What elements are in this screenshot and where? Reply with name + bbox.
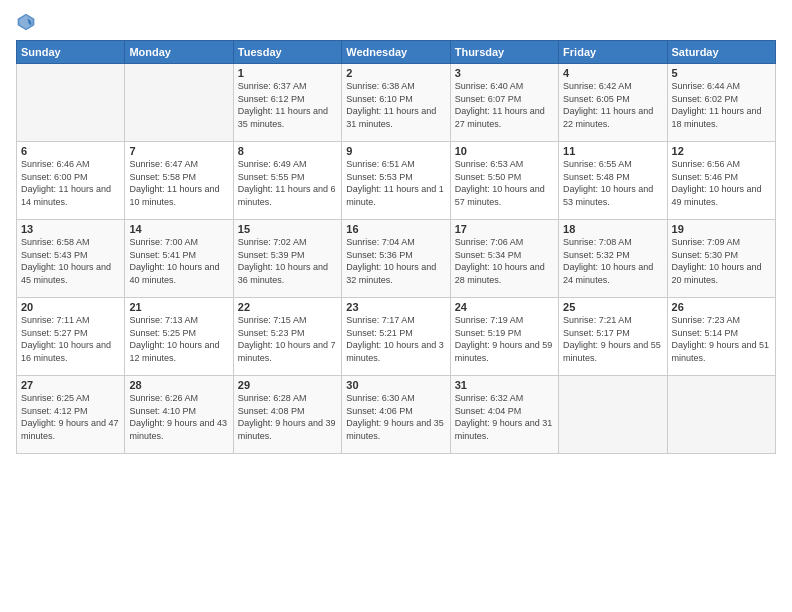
calendar-cell: 18Sunrise: 7:08 AM Sunset: 5:32 PM Dayli… [559,220,667,298]
calendar-table: SundayMondayTuesdayWednesdayThursdayFrid… [16,40,776,454]
calendar-cell: 28Sunrise: 6:26 AM Sunset: 4:10 PM Dayli… [125,376,233,454]
day-number: 15 [238,223,337,235]
day-info: Sunrise: 6:49 AM Sunset: 5:55 PM Dayligh… [238,158,337,208]
day-number: 7 [129,145,228,157]
calendar-cell: 30Sunrise: 6:30 AM Sunset: 4:06 PM Dayli… [342,376,450,454]
day-info: Sunrise: 6:32 AM Sunset: 4:04 PM Dayligh… [455,392,554,442]
day-info: Sunrise: 6:37 AM Sunset: 6:12 PM Dayligh… [238,80,337,130]
day-number: 24 [455,301,554,313]
day-info: Sunrise: 6:28 AM Sunset: 4:08 PM Dayligh… [238,392,337,442]
day-info: Sunrise: 6:42 AM Sunset: 6:05 PM Dayligh… [563,80,662,130]
week-row-3: 13Sunrise: 6:58 AM Sunset: 5:43 PM Dayli… [17,220,776,298]
day-number: 2 [346,67,445,79]
weekday-header-wednesday: Wednesday [342,41,450,64]
day-number: 5 [672,67,771,79]
day-info: Sunrise: 6:56 AM Sunset: 5:46 PM Dayligh… [672,158,771,208]
weekday-header-monday: Monday [125,41,233,64]
calendar-cell: 19Sunrise: 7:09 AM Sunset: 5:30 PM Dayli… [667,220,775,298]
day-info: Sunrise: 6:26 AM Sunset: 4:10 PM Dayligh… [129,392,228,442]
day-number: 6 [21,145,120,157]
weekday-header-friday: Friday [559,41,667,64]
header [16,12,776,32]
calendar-cell: 1Sunrise: 6:37 AM Sunset: 6:12 PM Daylig… [233,64,341,142]
day-number: 13 [21,223,120,235]
day-number: 17 [455,223,554,235]
day-info: Sunrise: 7:15 AM Sunset: 5:23 PM Dayligh… [238,314,337,364]
day-number: 10 [455,145,554,157]
day-info: Sunrise: 7:21 AM Sunset: 5:17 PM Dayligh… [563,314,662,364]
day-info: Sunrise: 6:38 AM Sunset: 6:10 PM Dayligh… [346,80,445,130]
calendar-cell: 27Sunrise: 6:25 AM Sunset: 4:12 PM Dayli… [17,376,125,454]
calendar-cell: 11Sunrise: 6:55 AM Sunset: 5:48 PM Dayli… [559,142,667,220]
calendar-cell: 4Sunrise: 6:42 AM Sunset: 6:05 PM Daylig… [559,64,667,142]
day-info: Sunrise: 7:23 AM Sunset: 5:14 PM Dayligh… [672,314,771,364]
calendar-cell: 16Sunrise: 7:04 AM Sunset: 5:36 PM Dayli… [342,220,450,298]
day-number: 30 [346,379,445,391]
day-info: Sunrise: 6:55 AM Sunset: 5:48 PM Dayligh… [563,158,662,208]
calendar-cell: 7Sunrise: 6:47 AM Sunset: 5:58 PM Daylig… [125,142,233,220]
day-number: 31 [455,379,554,391]
day-number: 1 [238,67,337,79]
calendar-page: SundayMondayTuesdayWednesdayThursdayFrid… [0,0,792,612]
calendar-cell: 31Sunrise: 6:32 AM Sunset: 4:04 PM Dayli… [450,376,558,454]
day-info: Sunrise: 7:04 AM Sunset: 5:36 PM Dayligh… [346,236,445,286]
day-info: Sunrise: 7:11 AM Sunset: 5:27 PM Dayligh… [21,314,120,364]
day-number: 9 [346,145,445,157]
day-number: 22 [238,301,337,313]
calendar-cell [667,376,775,454]
calendar-cell [17,64,125,142]
calendar-cell: 6Sunrise: 6:46 AM Sunset: 6:00 PM Daylig… [17,142,125,220]
day-info: Sunrise: 6:47 AM Sunset: 5:58 PM Dayligh… [129,158,228,208]
day-info: Sunrise: 7:06 AM Sunset: 5:34 PM Dayligh… [455,236,554,286]
day-number: 12 [672,145,771,157]
day-number: 28 [129,379,228,391]
day-number: 14 [129,223,228,235]
calendar-cell: 23Sunrise: 7:17 AM Sunset: 5:21 PM Dayli… [342,298,450,376]
day-info: Sunrise: 6:40 AM Sunset: 6:07 PM Dayligh… [455,80,554,130]
calendar-cell: 5Sunrise: 6:44 AM Sunset: 6:02 PM Daylig… [667,64,775,142]
calendar-cell: 2Sunrise: 6:38 AM Sunset: 6:10 PM Daylig… [342,64,450,142]
weekday-header-sunday: Sunday [17,41,125,64]
day-info: Sunrise: 6:30 AM Sunset: 4:06 PM Dayligh… [346,392,445,442]
logo-icon [16,12,36,32]
day-number: 29 [238,379,337,391]
day-number: 16 [346,223,445,235]
calendar-cell: 10Sunrise: 6:53 AM Sunset: 5:50 PM Dayli… [450,142,558,220]
day-info: Sunrise: 6:44 AM Sunset: 6:02 PM Dayligh… [672,80,771,130]
logo [16,12,40,32]
calendar-cell: 26Sunrise: 7:23 AM Sunset: 5:14 PM Dayli… [667,298,775,376]
day-info: Sunrise: 7:19 AM Sunset: 5:19 PM Dayligh… [455,314,554,364]
calendar-cell: 3Sunrise: 6:40 AM Sunset: 6:07 PM Daylig… [450,64,558,142]
day-number: 8 [238,145,337,157]
day-info: Sunrise: 7:13 AM Sunset: 5:25 PM Dayligh… [129,314,228,364]
day-number: 26 [672,301,771,313]
weekday-header-row: SundayMondayTuesdayWednesdayThursdayFrid… [17,41,776,64]
week-row-2: 6Sunrise: 6:46 AM Sunset: 6:00 PM Daylig… [17,142,776,220]
day-info: Sunrise: 6:51 AM Sunset: 5:53 PM Dayligh… [346,158,445,208]
day-info: Sunrise: 6:53 AM Sunset: 5:50 PM Dayligh… [455,158,554,208]
day-info: Sunrise: 6:46 AM Sunset: 6:00 PM Dayligh… [21,158,120,208]
day-info: Sunrise: 7:08 AM Sunset: 5:32 PM Dayligh… [563,236,662,286]
calendar-cell: 8Sunrise: 6:49 AM Sunset: 5:55 PM Daylig… [233,142,341,220]
calendar-cell: 13Sunrise: 6:58 AM Sunset: 5:43 PM Dayli… [17,220,125,298]
calendar-cell: 17Sunrise: 7:06 AM Sunset: 5:34 PM Dayli… [450,220,558,298]
day-info: Sunrise: 6:25 AM Sunset: 4:12 PM Dayligh… [21,392,120,442]
day-number: 21 [129,301,228,313]
calendar-cell: 25Sunrise: 7:21 AM Sunset: 5:17 PM Dayli… [559,298,667,376]
calendar-cell: 24Sunrise: 7:19 AM Sunset: 5:19 PM Dayli… [450,298,558,376]
weekday-header-thursday: Thursday [450,41,558,64]
calendar-cell: 9Sunrise: 6:51 AM Sunset: 5:53 PM Daylig… [342,142,450,220]
day-number: 19 [672,223,771,235]
calendar-cell: 14Sunrise: 7:00 AM Sunset: 5:41 PM Dayli… [125,220,233,298]
day-number: 4 [563,67,662,79]
calendar-cell: 15Sunrise: 7:02 AM Sunset: 5:39 PM Dayli… [233,220,341,298]
calendar-cell [559,376,667,454]
day-number: 11 [563,145,662,157]
day-info: Sunrise: 6:58 AM Sunset: 5:43 PM Dayligh… [21,236,120,286]
day-number: 23 [346,301,445,313]
day-number: 20 [21,301,120,313]
calendar-cell: 21Sunrise: 7:13 AM Sunset: 5:25 PM Dayli… [125,298,233,376]
day-number: 27 [21,379,120,391]
week-row-4: 20Sunrise: 7:11 AM Sunset: 5:27 PM Dayli… [17,298,776,376]
week-row-5: 27Sunrise: 6:25 AM Sunset: 4:12 PM Dayli… [17,376,776,454]
